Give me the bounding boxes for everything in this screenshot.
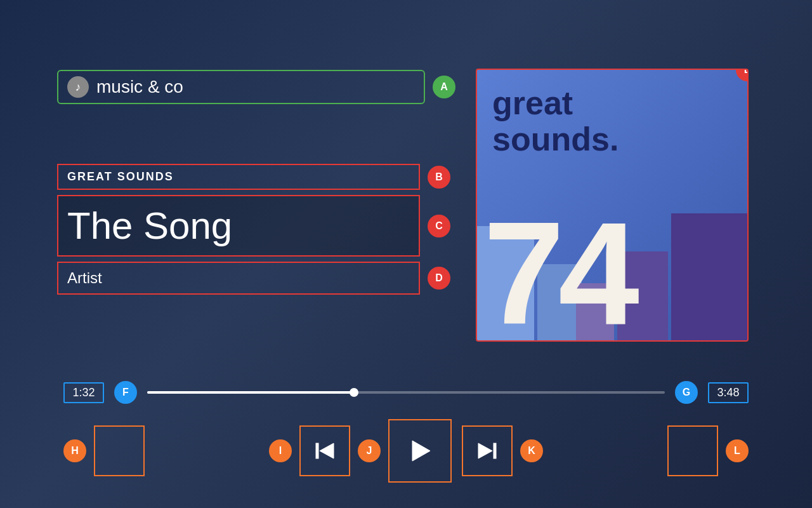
- prev-button[interactable]: [299, 425, 350, 476]
- progress-thumb: [350, 388, 358, 397]
- top-bar: ♪ music & co A: [57, 70, 455, 104]
- badge-b: B: [428, 166, 450, 189]
- progress-row: 1:32 F G 3:48: [63, 381, 749, 404]
- svg-rect-0: [316, 443, 318, 458]
- info-section: GREAT SOUNDS B The Song C Artist D: [57, 164, 450, 300]
- controls-row: H I J: [63, 419, 749, 483]
- right-side-button[interactable]: [667, 425, 718, 476]
- artist-row: Artist D: [57, 262, 450, 295]
- badge-j: J: [358, 439, 381, 462]
- label-row: GREAT SOUNDS B: [57, 164, 450, 190]
- music-icon: ♪: [67, 76, 89, 98]
- badge-k: K: [520, 439, 543, 462]
- badge-i: I: [269, 439, 292, 462]
- album-title: greatsounds.: [492, 85, 732, 157]
- next-button[interactable]: [462, 425, 513, 476]
- badge-a: A: [433, 76, 455, 98]
- progress-track[interactable]: [147, 391, 665, 394]
- search-box[interactable]: ♪ music & co: [57, 70, 425, 104]
- badge-h: H: [63, 439, 86, 462]
- svg-marker-2: [412, 441, 430, 461]
- svg-marker-1: [320, 443, 334, 458]
- svg-rect-3: [494, 443, 496, 458]
- app-title: music & co: [96, 77, 183, 97]
- player-section: 1:32 F G 3:48 H I J: [0, 381, 812, 483]
- track-label: GREAT SOUNDS: [57, 164, 420, 190]
- center-controls: I J K: [269, 419, 543, 483]
- album-art: greatsounds. 74 E: [476, 69, 749, 342]
- artist-name: Artist: [57, 262, 420, 295]
- svg-marker-4: [478, 443, 492, 458]
- left-side-button[interactable]: [94, 425, 145, 476]
- album-number: 74: [483, 201, 633, 342]
- badge-g: G: [675, 381, 698, 404]
- song-title: The Song: [57, 195, 420, 257]
- progress-fill: [147, 391, 354, 394]
- current-time: 1:32: [63, 382, 104, 403]
- badge-f: F: [114, 381, 137, 404]
- badge-d: D: [428, 267, 450, 290]
- song-row: The Song C: [57, 195, 450, 257]
- play-button[interactable]: [388, 419, 452, 483]
- badge-l: L: [726, 439, 749, 462]
- badge-c: C: [428, 215, 450, 237]
- total-time: 3:48: [708, 382, 749, 403]
